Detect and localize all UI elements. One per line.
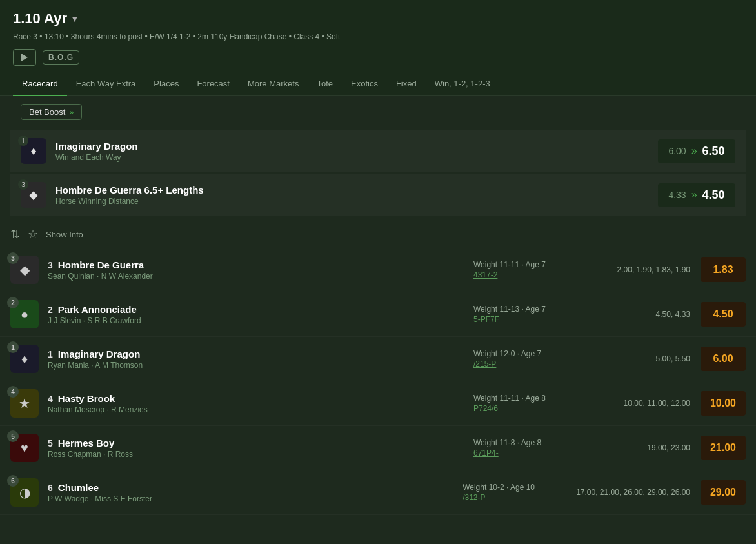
tab-more-markets[interactable]: More Markets [239, 72, 308, 96]
horse-silks-1: ♦ 1 [21, 138, 46, 164]
boost-horse-name-2: Hombre De Guerra 6.5+ Lengths [55, 185, 658, 196]
horse-weight-age-4: Weight 11-8 · Age 8 [473, 438, 541, 447]
horse-list: ◆ 3 3 Hombre De Guerra Sean Quinlan · N … [0, 248, 756, 515]
horse-list-row: ♥ 5 5 Hermes Boy Ross Chapman · R Ross W… [0, 426, 756, 470]
favourite-icon[interactable]: ☆ [28, 227, 38, 241]
horse-num-3: 4 [48, 394, 53, 404]
horse-name-2: Imaginary Dragon [58, 348, 141, 359]
horse-prev-odds-4: 19.00, 23.00 [587, 443, 690, 452]
horse-jockey-1: J J Slevin · S R B Crawford [48, 316, 473, 325]
horse-form-2[interactable]: /215-P [473, 359, 496, 368]
horse-info-3: 4 Hasty Brook Nathan Moscrop · R Menzies [48, 393, 473, 414]
horse-weight-age-2: Weight 12-0 · Age 7 [473, 349, 541, 358]
horse-odds-button-5[interactable]: 29.00 [701, 480, 746, 505]
old-odds-2: 4.33 [668, 190, 686, 200]
horse-num-1: 2 [48, 305, 53, 315]
horse-odds-button-2[interactable]: 6.00 [701, 347, 746, 371]
horse-odds-button-0[interactable]: 1.83 [701, 257, 746, 282]
boost-card-2: ◆ 3 Hombre De Guerra 6.5+ Lengths Horse … [10, 174, 746, 216]
tab-places[interactable]: Places [144, 72, 188, 96]
sort-icon[interactable]: ⇅ [10, 227, 20, 241]
controls-row: ⇅ ☆ Show Info [0, 221, 756, 248]
silk-symbol-2: ◆ [29, 188, 38, 202]
horse-name-row: 1 Imaginary Dragon [48, 348, 473, 359]
odds-arrow-icon-1: » [691, 145, 697, 157]
horse-name-row: 2 Park Annonciade [48, 304, 473, 315]
tab-forecast[interactable]: Forecast [188, 72, 239, 96]
horse-form-5[interactable]: /312-P [463, 493, 485, 502]
header-actions: B.O.G [13, 49, 743, 66]
horse-number-2: 3 [18, 179, 28, 190]
tab-bar: Racecard Each Way Extra Places Forecast … [0, 72, 756, 96]
silk-symbol-1: ♦ [30, 145, 36, 158]
bet-boost-label: Bet Boost [29, 107, 65, 117]
bet-boost-button[interactable]: Bet Boost » [21, 104, 82, 120]
horse-number-badge: 5 [7, 430, 19, 442]
horse-form-col-2: Weight 12-0 · Age 7 /215-P [473, 349, 577, 368]
show-info-button[interactable]: Show Info [46, 230, 83, 239]
boost-horse-name-1: Imaginary Dragon [55, 141, 658, 152]
horse-odds-value-2: 6.00 [713, 353, 733, 364]
horse-silks-1: ● 2 [10, 300, 39, 328]
horse-form-col-4: Weight 11-8 · Age 8 671P4- [473, 438, 577, 458]
horse-form-1[interactable]: 5-PF7F [473, 315, 499, 324]
tab-exotics[interactable]: Exotics [342, 72, 387, 96]
horse-form-0[interactable]: 4317-2 [473, 270, 497, 279]
tab-win-123[interactable]: Win, 1-2, 1-2-3 [426, 72, 499, 96]
horse-form-col-5: Weight 10-2 · Age 10 /312-P [463, 483, 566, 502]
horse-number-badge: 4 [7, 386, 19, 398]
horse-silks-3: ★ 4 [10, 389, 39, 418]
horse-form-3[interactable]: P724/6 [473, 404, 498, 413]
horse-info-5: 6 Chumlee P W Wadge · Miss S E Forster [48, 482, 463, 503]
horse-form-4[interactable]: 671P4- [473, 448, 499, 458]
horse-info-1: 2 Park Annonciade J J Slevin · S R B Cra… [48, 304, 473, 325]
horse-prev-odds-0: 2.00, 1.90, 1.83, 1.90 [587, 265, 690, 274]
horse-num-0: 3 [48, 260, 53, 270]
boost-horse-info-2: Hombre De Guerra 6.5+ Lengths Horse Winn… [55, 185, 658, 206]
tab-fixed[interactable]: Fixed [387, 72, 426, 96]
horse-number-badge: 1 [7, 341, 19, 353]
horse-num-5: 6 [48, 483, 53, 493]
horse-list-row: ◑ 6 6 Chumlee P W Wadge · Miss S E Forst… [0, 470, 756, 515]
horse-info-4: 5 Hermes Boy Ross Chapman · R Ross [48, 438, 473, 459]
horse-silks-0: ◆ 3 [10, 256, 39, 284]
horse-odds-value-4: 21.00 [710, 442, 736, 453]
horse-number-badge: 6 [7, 475, 19, 487]
boost-card-1: ♦ 1 Imaginary Dragon Win and Each Way 6.… [10, 130, 746, 172]
silk-symbol: ★ [19, 396, 30, 411]
horse-odds-value-0: 1.83 [713, 264, 733, 275]
horse-weight-age-0: Weight 11-11 · Age 7 [473, 260, 546, 269]
horse-jockey-3: Nathan Moscrop · R Menzies [48, 405, 473, 414]
horse-name-row: 3 Hombre De Guerra [48, 259, 473, 270]
horse-number-badge: 3 [7, 252, 19, 264]
tab-racecard[interactable]: Racecard [13, 72, 67, 96]
horse-form-col-1: Weight 11-13 · Age 7 5-PF7F [473, 305, 577, 324]
boost-section: Bet Boost » ♦ 1 Imaginary Dragon Win and… [0, 96, 756, 221]
boost-odds-2[interactable]: 4.33 » 4.50 [658, 183, 735, 207]
horse-name-0: Hombre De Guerra [58, 259, 144, 270]
horse-jockey-4: Ross Chapman · R Ross [48, 450, 473, 459]
play-button[interactable] [13, 49, 36, 66]
new-odds-1: 6.50 [702, 145, 725, 158]
horse-name-row: 4 Hasty Brook [48, 393, 473, 404]
old-odds-1: 6.00 [668, 146, 686, 156]
boost-horse-subtitle-1: Win and Each Way [55, 153, 658, 162]
horse-odds-button-4[interactable]: 21.00 [701, 436, 746, 460]
race-info: Race 3 • 13:10 • 3hours 4mins to post • … [13, 32, 743, 41]
horse-weight-age-1: Weight 11-13 · Age 7 [473, 305, 546, 314]
horse-name-row: 6 Chumlee [48, 482, 463, 493]
horse-name-row: 5 Hermes Boy [48, 438, 473, 448]
horse-odds-button-3[interactable]: 10.00 [701, 391, 746, 416]
horse-name-3: Hasty Brook [58, 393, 115, 404]
boost-horse-info-1: Imaginary Dragon Win and Each Way [55, 141, 658, 162]
chevron-down-icon[interactable]: ▾ [72, 14, 77, 24]
horse-odds-button-1[interactable]: 4.50 [701, 302, 746, 327]
horse-jockey-5: P W Wadge · Miss S E Forster [48, 494, 463, 503]
horse-odds-value-5: 29.00 [710, 487, 736, 498]
horse-silks-2: ◆ 3 [21, 182, 46, 208]
horse-odds-value-3: 10.00 [710, 398, 736, 408]
boost-odds-1[interactable]: 6.00 » 6.50 [658, 139, 735, 163]
horse-prev-odds-5: 17.00, 21.00, 26.00, 29.00, 26.00 [576, 488, 690, 497]
tab-each-way-extra[interactable]: Each Way Extra [67, 72, 145, 96]
tab-tote[interactable]: Tote [308, 72, 342, 96]
